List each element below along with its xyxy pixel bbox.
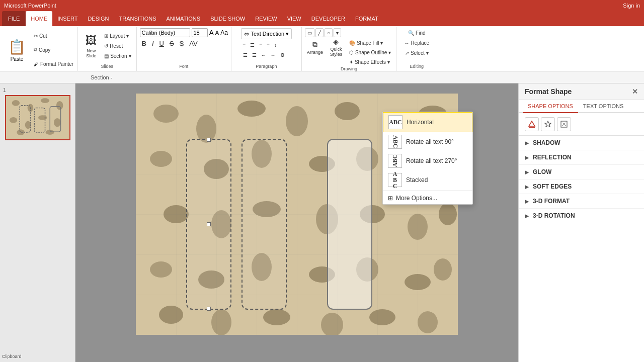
font-size-input[interactable]: [192, 28, 208, 37]
soft-edges-section[interactable]: ▶ SOFT EDGES: [519, 179, 644, 194]
bullets-button[interactable]: ☰: [241, 50, 250, 59]
effects-icon-btn[interactable]: [541, 117, 555, 131]
svg-rect-11: [34, 108, 45, 132]
font-name-input[interactable]: [140, 28, 190, 37]
indent-less-button[interactable]: ←: [259, 50, 268, 59]
svg-point-33: [408, 214, 428, 240]
3d-rotation-section[interactable]: ▶ 3-D ROTATION: [519, 209, 644, 223]
justify-button[interactable]: ≡: [265, 40, 272, 49]
svg-point-47: [418, 311, 438, 333]
font-size-increase[interactable]: A: [209, 29, 214, 37]
tab-format[interactable]: FORMAT: [350, 11, 383, 26]
shape-center[interactable]: [242, 139, 287, 310]
tab-insert[interactable]: INSERT: [52, 11, 83, 26]
tab-design[interactable]: DESIGN: [83, 11, 114, 26]
section-button[interactable]: ▤Section▾: [102, 52, 133, 61]
format-painter-button[interactable]: 🖌Format Painter: [32, 59, 75, 68]
tab-transitions[interactable]: TRANSITIONS: [114, 11, 162, 26]
cut-button[interactable]: ✂Cut: [32, 32, 75, 41]
font-controls: A A Aa B I U S S AV: [140, 28, 228, 64]
bold-button[interactable]: B: [140, 39, 148, 48]
text-direction-button[interactable]: ⬄ Text Direction ▾: [241, 28, 292, 39]
quick-styles-button[interactable]: ◈ QuickStyles: [326, 38, 346, 56]
dropdown-item-rotate90[interactable]: ABC Rotate all text 90°: [383, 132, 472, 151]
align-center-button[interactable]: ☰: [248, 40, 257, 49]
editing-controls: 🔍Find ↔Replace ↗Select▾: [402, 28, 431, 64]
rotate90-icon: ABC: [388, 135, 402, 149]
char-spacing-button[interactable]: AV: [187, 39, 199, 48]
size-icon-btn[interactable]: [557, 117, 571, 131]
indent-more-button[interactable]: →: [269, 50, 278, 59]
layout-button[interactable]: ⊞Layout▾: [102, 32, 133, 41]
3d-rotation-label: 3-D ROTATION: [533, 212, 575, 219]
clear-formatting[interactable]: Aa: [220, 29, 228, 36]
align-right-button[interactable]: ≡: [257, 40, 264, 49]
tab-text-options[interactable]: TEXT OPTIONS: [578, 100, 628, 112]
close-panel-button[interactable]: ✕: [632, 87, 638, 96]
tab-review[interactable]: REVIEW: [250, 11, 282, 26]
shadow-section[interactable]: ▶ SHADOW: [519, 136, 644, 150]
dropdown-item-stacked[interactable]: ABC Stacked: [383, 170, 472, 190]
svg-point-41: [434, 258, 452, 281]
signin-button[interactable]: Sign in: [623, 3, 640, 9]
smartart-button[interactable]: ⚙: [278, 50, 287, 59]
line-spacing-button[interactable]: ↕: [272, 40, 279, 49]
tab-slideshow[interactable]: SLIDE SHOW: [205, 11, 250, 26]
glow-section[interactable]: ▶ GLOW: [519, 165, 644, 179]
tab-developer[interactable]: DEVELOPER: [306, 11, 350, 26]
find-button[interactable]: 🔍Find: [406, 28, 427, 37]
shape-left[interactable]: [186, 139, 231, 310]
strikethrough-button[interactable]: S: [168, 39, 176, 48]
tab-file[interactable]: FILE: [2, 11, 26, 26]
paste-button[interactable]: 📋 Paste: [4, 29, 30, 71]
tab-animations[interactable]: ANIMATIONS: [162, 11, 206, 26]
top-handle[interactable]: [207, 138, 211, 142]
align-left-button[interactable]: ≡: [241, 40, 248, 49]
clipboard-group: 📋 Paste ✂Cut ⧉Copy 🖌Format Painter: [2, 27, 78, 71]
dropdown-item-rotate270[interactable]: ABC Rotate all text 270°: [383, 151, 472, 170]
svg-point-6: [38, 115, 46, 120]
shape-effects-button[interactable]: ✦Shape Effects▾: [347, 57, 393, 66]
copy-button[interactable]: ⧉Copy: [32, 45, 75, 54]
tab-home[interactable]: HOME: [26, 11, 52, 26]
dropdown-more-options[interactable]: ⊞ More Options...: [383, 192, 472, 204]
shape-fill-button[interactable]: 🎨Shape Fill▾: [347, 38, 393, 47]
fill-icon-btn[interactable]: [525, 117, 539, 131]
shape-line[interactable]: ╱: [315, 28, 324, 37]
format-shape-header: Format Shape ✕: [519, 83, 644, 100]
main-area: 1: [0, 83, 644, 362]
tab-view[interactable]: VIEW: [282, 11, 306, 26]
svg-point-21: [150, 151, 172, 167]
3d-format-section[interactable]: ▶ 3-D FORMAT: [519, 194, 644, 209]
svg-point-28: [164, 205, 189, 223]
reset-button[interactable]: ↺Reset: [102, 42, 133, 51]
slide-panel: 1: [0, 83, 75, 362]
shape-outline-button[interactable]: ⬡Shape Outline▾: [347, 48, 393, 57]
svg-point-17: [286, 106, 308, 136]
new-slide-button[interactable]: 🖼 NewSlide: [81, 33, 101, 60]
arrange-button[interactable]: ⧉ Arrange: [305, 38, 325, 56]
underline-button[interactable]: U: [157, 39, 166, 48]
right-panel: Format Shape ✕ SHAPE OPTIONS TEXT OPTION…: [518, 83, 644, 362]
shadow-button[interactable]: S: [178, 39, 186, 48]
shape-rect[interactable]: ▭: [305, 28, 314, 37]
text-direction-icon: ⬄: [244, 30, 250, 38]
shape-more[interactable]: ▾: [334, 28, 341, 37]
ribbon: 📋 Paste ✂Cut ⧉Copy 🖌Format Painter Clipb…: [0, 26, 644, 71]
center-handle[interactable]: [207, 222, 211, 226]
shape-circle[interactable]: ○: [325, 28, 333, 37]
select-button[interactable]: ↗Select▾: [403, 48, 431, 57]
soft-edges-label: SOFT EDGES: [533, 183, 572, 190]
font-size-decrease[interactable]: A: [215, 30, 219, 36]
italic-button[interactable]: I: [150, 39, 156, 48]
replace-button[interactable]: ↔Replace: [402, 38, 431, 47]
shape-right[interactable]: [327, 139, 372, 310]
font-label: Font: [179, 64, 188, 70]
bottom-handle[interactable]: [207, 307, 211, 311]
tab-shape-options[interactable]: SHAPE OPTIONS: [523, 100, 578, 113]
drawing-controls: ▭ ╱ ○ ▾ ⧉ Arrange ◈ QuickStyles: [305, 28, 393, 66]
reflection-section[interactable]: ▶ REFLECTION: [519, 150, 644, 165]
numbering-button[interactable]: ☰: [250, 50, 259, 59]
dropdown-item-horizontal[interactable]: ABC Horizontal: [383, 112, 472, 132]
slide-thumbnail[interactable]: [5, 95, 70, 140]
